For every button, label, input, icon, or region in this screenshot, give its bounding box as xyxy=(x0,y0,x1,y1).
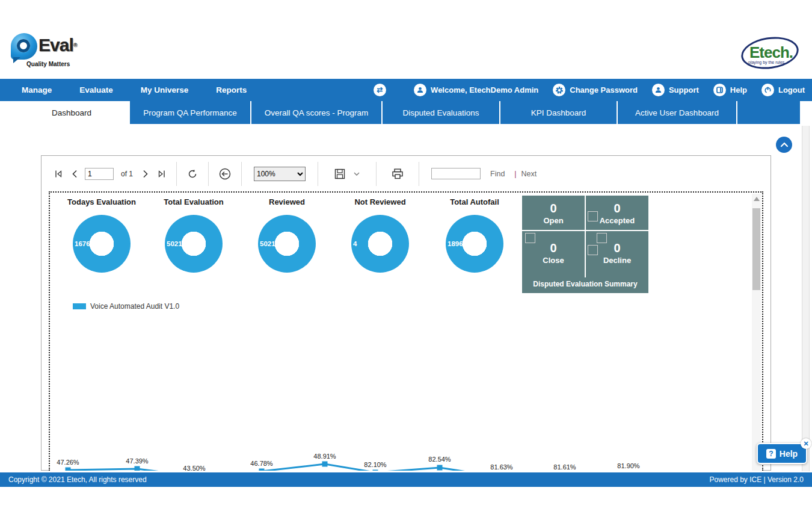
etech-logo-text: Etech. xyxy=(749,43,793,62)
donut-total-evaluation: Total Evaluation 50214 xyxy=(149,197,239,273)
donut-chart: 18960 xyxy=(446,215,503,273)
trend-data-point xyxy=(135,466,140,471)
tab-overall-qa-scores-program[interactable]: Overall QA scores - Program xyxy=(251,101,383,124)
tab-program-qa-performance[interactable]: Program QA Performance xyxy=(130,101,251,124)
registered-mark: ® xyxy=(73,42,77,48)
report-content-area: Todays Evaluation 1676 Total Evaluation … xyxy=(49,191,763,471)
donut-value: 50210 xyxy=(260,240,279,247)
disputed-evaluation-summary: 0 Open 0 Accepted 0 Close 0 Decline xyxy=(522,196,648,293)
page-number-input[interactable] xyxy=(85,168,114,180)
report-toolbar: of 1 100% xyxy=(42,156,770,191)
page-count-label: of 1 xyxy=(121,170,133,178)
main-navbar: Manage Evaluate My Universe Reports Welc… xyxy=(0,79,812,101)
trend-data-point xyxy=(322,462,328,467)
summary-artifact-square xyxy=(588,245,598,255)
find-input[interactable] xyxy=(431,168,481,179)
footer: Copyright © 2021 Etech, All rights reser… xyxy=(0,472,812,487)
first-page-button[interactable] xyxy=(52,168,64,180)
help-nav-button[interactable]: Help xyxy=(713,84,747,96)
next-link[interactable]: Next xyxy=(521,170,537,178)
logout-button[interactable]: Logout xyxy=(761,84,805,96)
trend-data-point xyxy=(259,469,265,471)
back-to-parent-icon[interactable] xyxy=(217,166,233,182)
etech-tagline: playing by the rules xyxy=(748,60,784,64)
donut-title: Total Autofail xyxy=(429,197,520,206)
tab-active-user-dashboard[interactable]: Active User Dashboard xyxy=(618,101,737,124)
summary-close: 0 Close xyxy=(522,241,585,265)
decline-label: Decline xyxy=(586,256,648,265)
donut-value: 18960 xyxy=(448,240,467,247)
legend-swatch xyxy=(73,303,86,309)
close-icon[interactable]: ✕ xyxy=(801,438,811,449)
change-password-button[interactable]: Change Password xyxy=(553,84,638,96)
trend-data-point xyxy=(373,470,378,471)
summary-open: 0 Open xyxy=(522,202,585,225)
donut-chart: 50214 xyxy=(165,215,223,273)
donut-not-reviewed: Not Reviewed 4 xyxy=(335,197,425,273)
powered-by-text: Powered by ICE | Version 2.0 xyxy=(709,475,804,484)
donut-value: 4 xyxy=(353,240,357,247)
swap-arrows-icon[interactable] xyxy=(374,84,386,96)
next-page-button[interactable] xyxy=(140,168,151,180)
gear-icon xyxy=(553,84,565,96)
qeval-logo-icon xyxy=(11,33,37,60)
nav-item-reports[interactable]: Reports xyxy=(216,85,247,94)
legend-label: Voice Automated Audit V1.0 xyxy=(90,302,179,311)
save-export-icon[interactable] xyxy=(333,167,347,181)
print-icon[interactable] xyxy=(390,167,405,181)
support-button[interactable]: Support xyxy=(652,84,699,96)
donut-title: Todays Evaluation xyxy=(57,197,147,206)
donut-chart: 50210 xyxy=(258,215,316,273)
trend-data-label: 43.50% xyxy=(183,465,205,471)
welcome-user[interactable]: Welcome, EtechDemo Admin xyxy=(414,84,538,96)
tab-filler xyxy=(737,101,800,124)
summary-horizontal-divider xyxy=(522,230,648,231)
summary-title: Disputed Evaluation Summary xyxy=(522,280,648,288)
scrollbar-thumb[interactable] xyxy=(752,208,760,290)
summary-artifact-square xyxy=(525,233,535,243)
trend-data-label: 81.63% xyxy=(490,463,512,471)
logout-label: Logout xyxy=(778,85,805,94)
collapse-panel-button[interactable] xyxy=(776,137,792,153)
nav-item-manage[interactable]: Manage xyxy=(22,85,52,94)
donut-title: Not Reviewed xyxy=(335,197,425,206)
qeval-dashboard-page: Eval® Quality Matters Etech. playing by … xyxy=(0,0,812,526)
browser-scrollbar[interactable] xyxy=(802,126,810,471)
trend-data-label: 47.26% xyxy=(57,459,79,466)
tab-disputed-evaluations[interactable]: Disputed Evaluations xyxy=(383,101,500,124)
floating-help-button[interactable]: ? Help ✕ xyxy=(757,443,807,464)
donut-todays-evaluation: Todays Evaluation 1676 xyxy=(57,197,147,273)
qeval-logo-text: Eval xyxy=(38,35,73,55)
trend-data-label: 81.90% xyxy=(617,462,639,469)
chart-legend: Voice Automated Audit V1.0 xyxy=(73,302,179,311)
last-page-button[interactable] xyxy=(156,168,168,180)
refresh-icon[interactable] xyxy=(185,167,200,181)
donut-title: Total Evaluation xyxy=(149,197,239,206)
donut-chart: 4 xyxy=(351,215,409,273)
tab-kpi-dashboard[interactable]: KPI Dashboard xyxy=(500,101,618,124)
nav-item-evaluate[interactable]: Evaluate xyxy=(79,85,113,94)
find-link[interactable]: Find xyxy=(490,170,505,178)
export-caret-icon[interactable] xyxy=(352,170,361,178)
zoom-select[interactable]: 100% xyxy=(254,167,306,181)
dashboard-tabbar: Dashboard Program QA Performance Overall… xyxy=(13,101,800,124)
copyright-text: Copyright © 2021 Etech, All rights reser… xyxy=(8,475,147,484)
trend-chart: 47.26%47.39%43.50%46.78%48.91%82.10%82.5… xyxy=(50,448,752,471)
scrollbar-up-arrow-icon[interactable] xyxy=(754,197,760,201)
trend-data-point xyxy=(437,465,443,471)
close-value: 0 xyxy=(522,241,585,255)
nav-item-my-universe[interactable]: My Universe xyxy=(141,85,189,94)
tab-dashboard[interactable]: Dashboard xyxy=(13,101,130,124)
donut-reviewed: Reviewed 50210 xyxy=(242,197,332,273)
trend-data-label: 81.61% xyxy=(553,463,576,471)
question-mark-icon: ? xyxy=(766,449,776,459)
trend-data-point xyxy=(66,468,71,471)
qeval-logo: Eval® Quality Matters xyxy=(11,33,83,72)
trend-data-label: 46.78% xyxy=(250,460,272,467)
trend-data-label: 47.39% xyxy=(126,457,148,465)
report-scrollbar[interactable] xyxy=(752,194,761,471)
qeval-tagline: Quality Matters xyxy=(26,61,83,67)
trend-data-label: 82.54% xyxy=(428,456,451,463)
previous-page-button[interactable] xyxy=(69,168,80,180)
close-label: Close xyxy=(522,256,585,265)
